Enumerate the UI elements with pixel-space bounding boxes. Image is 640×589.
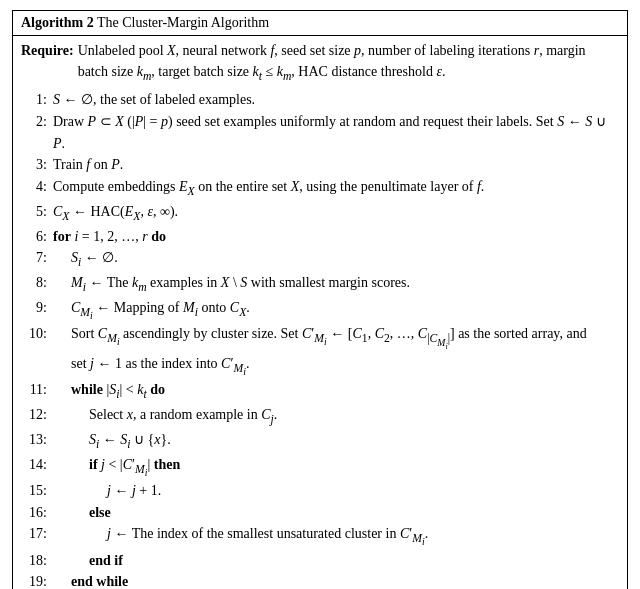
line-num: 2:	[21, 111, 47, 133]
line-num: 3:	[21, 154, 47, 176]
line-content: end while	[53, 571, 619, 589]
line-content: Si ← ∅.	[53, 247, 619, 272]
line-num: 10:	[21, 323, 47, 345]
line-content: CX ← HAC(EX, ε, ∞).	[53, 201, 619, 226]
line-num: 17:	[21, 523, 47, 545]
line-num: 16:	[21, 502, 47, 524]
algo-line-9: 9: CMi ← Mapping of Mi onto CX.	[21, 297, 619, 323]
line-content: S ← ∅, the set of labeled examples.	[53, 89, 619, 111]
algorithm-box: Algorithm 2 The Cluster-Margin Algorithm…	[12, 10, 628, 589]
algorithm-number: Algorithm 2	[21, 15, 94, 30]
line-content: if j < |C′Mi| then	[53, 454, 619, 480]
line-num: 13:	[21, 429, 47, 451]
algo-line-13: 13: Si ← Si ∪ {x}.	[21, 429, 619, 454]
line-content: Compute embeddings EX on the entire set …	[53, 176, 619, 201]
line-content: Select x, a random example in Cj.	[53, 404, 619, 429]
algo-line-10: 10: Sort CMi ascendingly by cluster size…	[21, 323, 619, 379]
algo-line-8: 8: Mi ← The km examples in X \ S with sm…	[21, 272, 619, 297]
algo-line-1: 1: S ← ∅, the set of labeled examples.	[21, 89, 619, 111]
line-content: while |Si| < kt do	[53, 379, 619, 404]
algorithm-title: The Cluster-Margin Algorithm	[97, 15, 269, 30]
line-content: Train f on P.	[53, 154, 619, 176]
require-label: Require:	[21, 40, 74, 85]
algo-line-12: 12: Select x, a random example in Cj.	[21, 404, 619, 429]
line-num: 9:	[21, 297, 47, 319]
algo-line-3: 3: Train f on P.	[21, 154, 619, 176]
line-content: Sort CMi ascendingly by cluster size. Se…	[53, 323, 619, 379]
line-content: CMi ← Mapping of Mi onto CX.	[53, 297, 619, 323]
algo-line-15: 15: j ← j + 1.	[21, 480, 619, 502]
algo-line-14: 14: if j < |C′Mi| then	[21, 454, 619, 480]
algo-line-19: 19: end while	[21, 571, 619, 589]
algorithm-header: Algorithm 2 The Cluster-Margin Algorithm	[13, 11, 627, 36]
line-num: 7:	[21, 247, 47, 269]
line-content: Draw P ⊂ X (|P| = p) seed set examples u…	[53, 111, 619, 154]
require-text: Unlabeled pool X, neural network f, seed…	[78, 40, 619, 85]
algorithm-body: Require: Unlabeled pool X, neural networ…	[13, 36, 627, 589]
require-line: Require: Unlabeled pool X, neural networ…	[21, 40, 619, 85]
line-content: for i = 1, 2, …, r do	[53, 226, 619, 248]
algo-line-11: 11: while |Si| < kt do	[21, 379, 619, 404]
algo-line-6: 6: for i = 1, 2, …, r do	[21, 226, 619, 248]
algo-line-18: 18: end if	[21, 550, 619, 572]
line-content: Si ← Si ∪ {x}.	[53, 429, 619, 454]
line-num: 8:	[21, 272, 47, 294]
line-num: 12:	[21, 404, 47, 426]
algo-line-7: 7: Si ← ∅.	[21, 247, 619, 272]
line-content: j ← j + 1.	[53, 480, 619, 502]
algo-line-4: 4: Compute embeddings EX on the entire s…	[21, 176, 619, 201]
line-num: 15:	[21, 480, 47, 502]
algo-line-17: 17: j ← The index of the smallest unsatu…	[21, 523, 619, 549]
line-num: 1:	[21, 89, 47, 111]
line-num: 18:	[21, 550, 47, 572]
line-num: 19:	[21, 571, 47, 589]
algo-line-2: 2: Draw P ⊂ X (|P| = p) seed set example…	[21, 111, 619, 154]
line-num: 4:	[21, 176, 47, 198]
algo-line-16: 16: else	[21, 502, 619, 524]
line-num: 5:	[21, 201, 47, 223]
algo-line-5: 5: CX ← HAC(EX, ε, ∞).	[21, 201, 619, 226]
line-content: j ← The index of the smallest unsaturate…	[53, 523, 619, 549]
line-content: else	[53, 502, 619, 524]
line-num: 6:	[21, 226, 47, 248]
line-content: end if	[53, 550, 619, 572]
line-num: 11:	[21, 379, 47, 401]
line-num: 14:	[21, 454, 47, 476]
algorithm-lines: 1: S ← ∅, the set of labeled examples. 2…	[21, 89, 619, 589]
line-content: Mi ← The km examples in X \ S with small…	[53, 272, 619, 297]
